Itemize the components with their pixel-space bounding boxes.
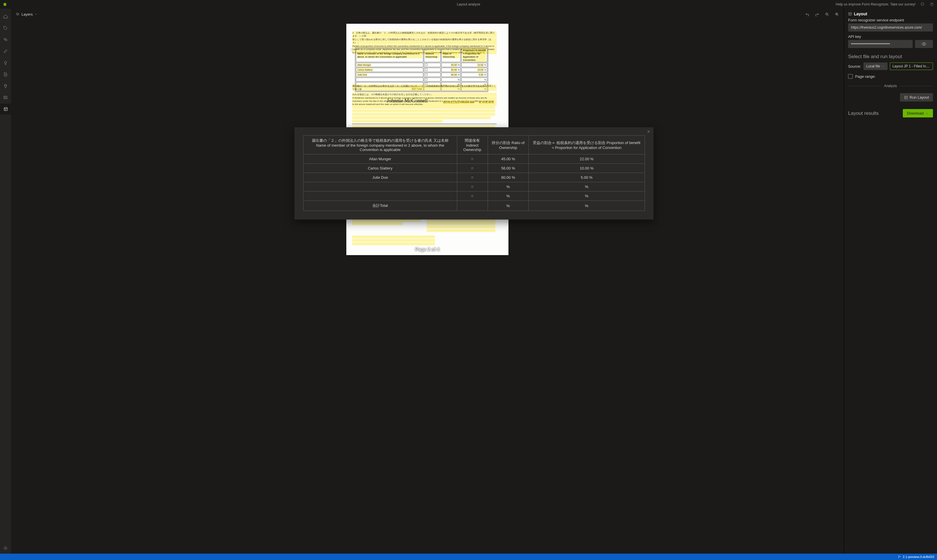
titlebar: Layout analyze Help us improve Form Reco… bbox=[0, 0, 937, 9]
svg-point-13 bbox=[923, 43, 925, 45]
eye-icon bbox=[922, 42, 926, 46]
canvas-toolbar: Layers bbox=[11, 9, 844, 20]
feedback-icon[interactable] bbox=[920, 2, 925, 7]
apikey-input[interactable] bbox=[848, 40, 913, 48]
source-select[interactable]: Local file bbox=[863, 63, 888, 70]
apikey-label: API key bbox=[848, 34, 933, 39]
download-label: Download bbox=[907, 111, 924, 115]
svg-rect-11 bbox=[351, 48, 354, 51]
svg-rect-7 bbox=[5, 108, 8, 111]
layers-label: Layers bbox=[22, 12, 33, 17]
redo-icon[interactable] bbox=[815, 12, 820, 17]
download-button[interactable]: Download bbox=[903, 109, 933, 117]
right-panel: Layout Form recognizer service endpoint … bbox=[844, 9, 937, 554]
col-header-benefit: 受益の割合＝ 租税条約の適用を受ける割合 Proportion of benef… bbox=[529, 136, 645, 154]
zoom-in-icon[interactable] bbox=[835, 12, 839, 17]
sidebar-lightbulb-icon[interactable] bbox=[0, 57, 11, 68]
sidebar-home-icon[interactable] bbox=[0, 11, 11, 22]
chevron-down-icon bbox=[34, 12, 38, 16]
table-row: Julie Doe □ 80.00 % 5.00 % bbox=[303, 173, 645, 182]
canvas-area: Layers 3 日本の税法上、届出書の「２」の外国法人が納税義務者とされるが、… bbox=[11, 9, 844, 554]
endpoint-input[interactable] bbox=[848, 23, 933, 32]
zoom-out-icon[interactable] bbox=[825, 12, 829, 17]
sidebar-connect-icon[interactable] bbox=[0, 80, 11, 91]
panel-title: Layout bbox=[854, 12, 867, 16]
result-table-modal: 届出書の「２」の外国法人の株主等で租税条約の適用を受ける者の氏名 又は名称 Na… bbox=[295, 127, 653, 220]
branch-icon bbox=[898, 555, 901, 558]
app-logo-icon bbox=[0, 2, 10, 7]
sidebar-tag-icon[interactable] bbox=[0, 23, 11, 34]
layout-panel-icon bbox=[848, 12, 852, 16]
select-file-title: Select file and run layout bbox=[848, 54, 933, 60]
chevron-down-icon bbox=[925, 112, 929, 115]
page-indicator: Page 2 of 4 bbox=[415, 247, 440, 252]
survey-link[interactable]: Help us improve Form Recognizer. Take ou… bbox=[836, 2, 915, 6]
document-signature: Johnnie McConnell bbox=[387, 98, 428, 104]
layout-run-icon bbox=[904, 95, 908, 100]
svg-point-2 bbox=[932, 5, 932, 5]
sidebar-file-icon[interactable] bbox=[0, 69, 11, 80]
sidebar bbox=[0, 9, 11, 554]
result-table: 届出書の「２」の外国法人の株主等で租税条約の適用を受ける者の氏名 又は名称 Na… bbox=[303, 135, 645, 211]
file-name-display[interactable]: Layout JP 1 - Filled In.pdf bbox=[890, 63, 933, 70]
undo-icon[interactable] bbox=[805, 12, 810, 17]
page-range-check[interactable]: Page range: bbox=[848, 74, 933, 78]
svg-rect-0 bbox=[921, 3, 924, 5]
source-value: Local file bbox=[866, 64, 880, 68]
document-viewport[interactable]: 3 日本の税法上、届出書の「２」の外国法人が納税義務者とされるが、租税条約の規定… bbox=[11, 20, 844, 554]
svg-point-4 bbox=[5, 39, 7, 41]
app-title: Layout analyze bbox=[457, 2, 480, 6]
sidebar-settings-icon[interactable] bbox=[0, 543, 11, 554]
sidebar-ocr-icon[interactable] bbox=[0, 92, 11, 103]
page-range-label: Page range: bbox=[855, 74, 875, 78]
col-header-ratio: 持分の割合 Ratio of Ownership bbox=[488, 136, 528, 154]
close-modal-button[interactable] bbox=[647, 129, 651, 134]
svg-point-8 bbox=[5, 548, 6, 549]
endpoint-label: Form recognizer service endpoint bbox=[848, 18, 933, 22]
checkbox-icon bbox=[848, 74, 853, 78]
col-header-indirect: 間接保有 Indirect Ownership bbox=[457, 136, 488, 154]
table-row-total: 合計Total % % bbox=[303, 201, 645, 211]
table-row: □ % % bbox=[303, 182, 645, 191]
layout-results-title: Layout results bbox=[848, 111, 879, 116]
table-row: □ % % bbox=[303, 191, 645, 201]
chevron-down-icon bbox=[882, 65, 885, 68]
svg-point-5 bbox=[5, 62, 7, 64]
col-header-name: 届出書の「２」の外国法人の株主等で租税条約の適用を受ける者の氏名 又は名称 Na… bbox=[303, 136, 457, 154]
reveal-key-button[interactable] bbox=[915, 40, 933, 48]
analysis-divider-label: Analysis bbox=[884, 84, 897, 88]
svg-rect-12 bbox=[849, 12, 851, 15]
version-text: 2.1-preview.3-dcfb033 bbox=[903, 555, 934, 558]
statusbar: 2.1-preview.3-dcfb033 bbox=[0, 554, 937, 560]
help-icon[interactable] bbox=[929, 2, 934, 7]
run-layout-label: Run Layout bbox=[910, 95, 929, 100]
table-row: Allan Munger □ 45.00 % 22.00 % bbox=[303, 154, 645, 164]
sidebar-brain-icon[interactable] bbox=[0, 34, 11, 45]
sidebar-layout-icon[interactable] bbox=[0, 103, 11, 115]
layers-dropdown[interactable]: Layers bbox=[15, 12, 38, 17]
table-marker-icon bbox=[350, 48, 354, 51]
svg-rect-14 bbox=[905, 96, 907, 98]
table-row: Carlos Slattery □ 56.00 % 10.00 % bbox=[303, 164, 645, 173]
source-label: Source: bbox=[848, 64, 861, 69]
svg-rect-6 bbox=[4, 96, 7, 99]
sidebar-compose-icon[interactable] bbox=[0, 46, 11, 57]
close-icon bbox=[647, 129, 651, 134]
run-layout-button[interactable]: Run Layout bbox=[900, 93, 933, 102]
